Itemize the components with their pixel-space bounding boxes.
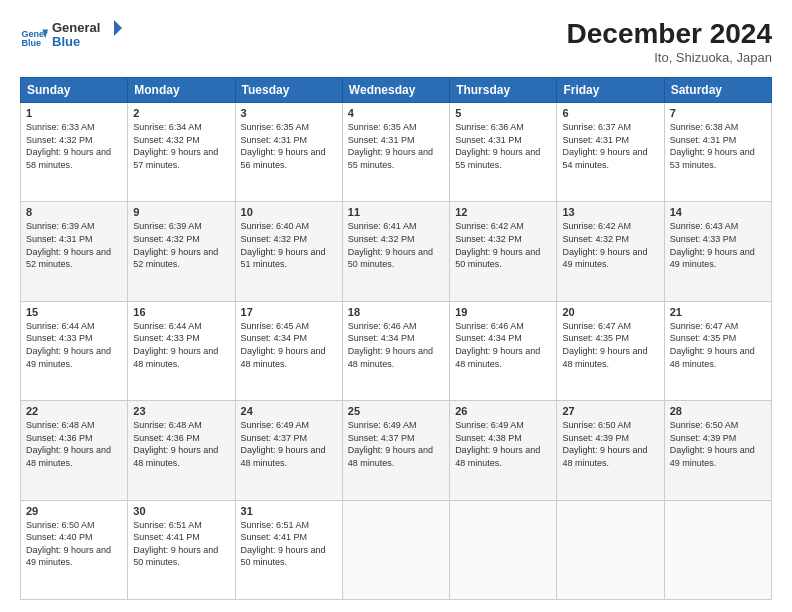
- day-number: 25: [348, 405, 444, 417]
- day-number: 9: [133, 206, 229, 218]
- cell-info: Sunrise: 6:38 AMSunset: 4:31 PMDaylight:…: [670, 121, 766, 171]
- day-number: 28: [670, 405, 766, 417]
- calendar-cell: 3 Sunrise: 6:35 AMSunset: 4:31 PMDayligh…: [235, 103, 342, 202]
- svg-text:General: General: [52, 20, 100, 35]
- day-number: 27: [562, 405, 658, 417]
- day-number: 23: [133, 405, 229, 417]
- cell-info: Sunrise: 6:49 AMSunset: 4:38 PMDaylight:…: [455, 419, 551, 469]
- calendar-cell: 31 Sunrise: 6:51 AMSunset: 4:41 PMDaylig…: [235, 500, 342, 599]
- cell-info: Sunrise: 6:46 AMSunset: 4:34 PMDaylight:…: [455, 320, 551, 370]
- day-number: 19: [455, 306, 551, 318]
- weekday-monday: Monday: [128, 78, 235, 103]
- calendar-cell: 15 Sunrise: 6:44 AMSunset: 4:33 PMDaylig…: [21, 301, 128, 400]
- calendar-cell: 6 Sunrise: 6:37 AMSunset: 4:31 PMDayligh…: [557, 103, 664, 202]
- logo: General Blue General Blue: [20, 18, 122, 58]
- cell-info: Sunrise: 6:50 AMSunset: 4:40 PMDaylight:…: [26, 519, 122, 569]
- day-number: 1: [26, 107, 122, 119]
- week-row-4: 22 Sunrise: 6:48 AMSunset: 4:36 PMDaylig…: [21, 401, 772, 500]
- calendar-cell: 25 Sunrise: 6:49 AMSunset: 4:37 PMDaylig…: [342, 401, 449, 500]
- calendar-cell: 8 Sunrise: 6:39 AMSunset: 4:31 PMDayligh…: [21, 202, 128, 301]
- day-number: 5: [455, 107, 551, 119]
- day-number: 12: [455, 206, 551, 218]
- calendar-cell: [450, 500, 557, 599]
- calendar-cell: 2 Sunrise: 6:34 AMSunset: 4:32 PMDayligh…: [128, 103, 235, 202]
- calendar-cell: 18 Sunrise: 6:46 AMSunset: 4:34 PMDaylig…: [342, 301, 449, 400]
- day-number: 8: [26, 206, 122, 218]
- day-number: 16: [133, 306, 229, 318]
- calendar-cell: 4 Sunrise: 6:35 AMSunset: 4:31 PMDayligh…: [342, 103, 449, 202]
- day-number: 22: [26, 405, 122, 417]
- cell-info: Sunrise: 6:41 AMSunset: 4:32 PMDaylight:…: [348, 220, 444, 270]
- subtitle: Ito, Shizuoka, Japan: [567, 50, 772, 65]
- calendar-cell: 13 Sunrise: 6:42 AMSunset: 4:32 PMDaylig…: [557, 202, 664, 301]
- calendar-cell: 28 Sunrise: 6:50 AMSunset: 4:39 PMDaylig…: [664, 401, 771, 500]
- logo-icon: General Blue: [20, 24, 48, 52]
- calendar-body: 1 Sunrise: 6:33 AMSunset: 4:32 PMDayligh…: [21, 103, 772, 600]
- week-row-1: 1 Sunrise: 6:33 AMSunset: 4:32 PMDayligh…: [21, 103, 772, 202]
- day-number: 2: [133, 107, 229, 119]
- calendar-cell: 7 Sunrise: 6:38 AMSunset: 4:31 PMDayligh…: [664, 103, 771, 202]
- cell-info: Sunrise: 6:39 AMSunset: 4:31 PMDaylight:…: [26, 220, 122, 270]
- svg-marker-5: [114, 20, 122, 36]
- day-number: 20: [562, 306, 658, 318]
- day-number: 29: [26, 505, 122, 517]
- calendar-cell: 1 Sunrise: 6:33 AMSunset: 4:32 PMDayligh…: [21, 103, 128, 202]
- cell-info: Sunrise: 6:36 AMSunset: 4:31 PMDaylight:…: [455, 121, 551, 171]
- logo-svg: General Blue: [52, 18, 122, 54]
- cell-info: Sunrise: 6:47 AMSunset: 4:35 PMDaylight:…: [670, 320, 766, 370]
- day-number: 4: [348, 107, 444, 119]
- calendar-cell: [342, 500, 449, 599]
- day-number: 15: [26, 306, 122, 318]
- cell-info: Sunrise: 6:42 AMSunset: 4:32 PMDaylight:…: [562, 220, 658, 270]
- cell-info: Sunrise: 6:47 AMSunset: 4:35 PMDaylight:…: [562, 320, 658, 370]
- cell-info: Sunrise: 6:35 AMSunset: 4:31 PMDaylight:…: [348, 121, 444, 171]
- calendar-cell: 23 Sunrise: 6:48 AMSunset: 4:36 PMDaylig…: [128, 401, 235, 500]
- cell-info: Sunrise: 6:48 AMSunset: 4:36 PMDaylight:…: [133, 419, 229, 469]
- calendar-cell: 29 Sunrise: 6:50 AMSunset: 4:40 PMDaylig…: [21, 500, 128, 599]
- cell-info: Sunrise: 6:51 AMSunset: 4:41 PMDaylight:…: [133, 519, 229, 569]
- cell-info: Sunrise: 6:48 AMSunset: 4:36 PMDaylight:…: [26, 419, 122, 469]
- weekday-tuesday: Tuesday: [235, 78, 342, 103]
- svg-text:Blue: Blue: [52, 34, 80, 49]
- calendar-cell: 27 Sunrise: 6:50 AMSunset: 4:39 PMDaylig…: [557, 401, 664, 500]
- cell-info: Sunrise: 6:34 AMSunset: 4:32 PMDaylight:…: [133, 121, 229, 171]
- title-block: December 2024 Ito, Shizuoka, Japan: [567, 18, 772, 65]
- calendar-cell: 5 Sunrise: 6:36 AMSunset: 4:31 PMDayligh…: [450, 103, 557, 202]
- weekday-sunday: Sunday: [21, 78, 128, 103]
- calendar-cell: 12 Sunrise: 6:42 AMSunset: 4:32 PMDaylig…: [450, 202, 557, 301]
- calendar-cell: 16 Sunrise: 6:44 AMSunset: 4:33 PMDaylig…: [128, 301, 235, 400]
- calendar-cell: 21 Sunrise: 6:47 AMSunset: 4:35 PMDaylig…: [664, 301, 771, 400]
- day-number: 14: [670, 206, 766, 218]
- week-row-5: 29 Sunrise: 6:50 AMSunset: 4:40 PMDaylig…: [21, 500, 772, 599]
- cell-info: Sunrise: 6:42 AMSunset: 4:32 PMDaylight:…: [455, 220, 551, 270]
- cell-info: Sunrise: 6:51 AMSunset: 4:41 PMDaylight:…: [241, 519, 337, 569]
- day-number: 11: [348, 206, 444, 218]
- day-number: 17: [241, 306, 337, 318]
- cell-info: Sunrise: 6:40 AMSunset: 4:32 PMDaylight:…: [241, 220, 337, 270]
- calendar-cell: 20 Sunrise: 6:47 AMSunset: 4:35 PMDaylig…: [557, 301, 664, 400]
- day-number: 13: [562, 206, 658, 218]
- calendar-cell: 14 Sunrise: 6:43 AMSunset: 4:33 PMDaylig…: [664, 202, 771, 301]
- week-row-2: 8 Sunrise: 6:39 AMSunset: 4:31 PMDayligh…: [21, 202, 772, 301]
- day-number: 21: [670, 306, 766, 318]
- cell-info: Sunrise: 6:44 AMSunset: 4:33 PMDaylight:…: [26, 320, 122, 370]
- cell-info: Sunrise: 6:35 AMSunset: 4:31 PMDaylight:…: [241, 121, 337, 171]
- calendar-cell: 11 Sunrise: 6:41 AMSunset: 4:32 PMDaylig…: [342, 202, 449, 301]
- cell-info: Sunrise: 6:50 AMSunset: 4:39 PMDaylight:…: [562, 419, 658, 469]
- cell-info: Sunrise: 6:33 AMSunset: 4:32 PMDaylight:…: [26, 121, 122, 171]
- day-number: 3: [241, 107, 337, 119]
- weekday-thursday: Thursday: [450, 78, 557, 103]
- calendar-cell: [557, 500, 664, 599]
- day-number: 10: [241, 206, 337, 218]
- calendar-cell: 17 Sunrise: 6:45 AMSunset: 4:34 PMDaylig…: [235, 301, 342, 400]
- weekday-header-row: SundayMondayTuesdayWednesdayThursdayFrid…: [21, 78, 772, 103]
- calendar-cell: 19 Sunrise: 6:46 AMSunset: 4:34 PMDaylig…: [450, 301, 557, 400]
- cell-info: Sunrise: 6:45 AMSunset: 4:34 PMDaylight:…: [241, 320, 337, 370]
- day-number: 7: [670, 107, 766, 119]
- week-row-3: 15 Sunrise: 6:44 AMSunset: 4:33 PMDaylig…: [21, 301, 772, 400]
- calendar-cell: 30 Sunrise: 6:51 AMSunset: 4:41 PMDaylig…: [128, 500, 235, 599]
- calendar-cell: 26 Sunrise: 6:49 AMSunset: 4:38 PMDaylig…: [450, 401, 557, 500]
- day-number: 30: [133, 505, 229, 517]
- day-number: 26: [455, 405, 551, 417]
- calendar-cell: 10 Sunrise: 6:40 AMSunset: 4:32 PMDaylig…: [235, 202, 342, 301]
